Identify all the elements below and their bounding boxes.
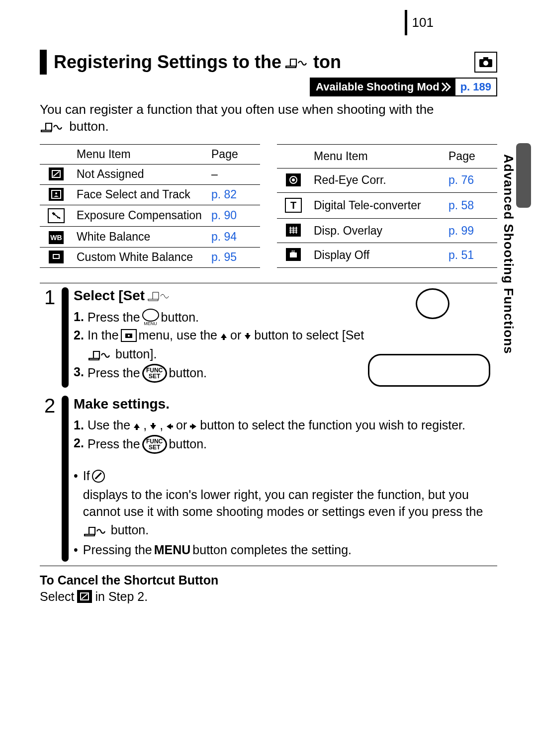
svg-rect-10	[290, 252, 297, 257]
func-set-button-icon: FUNC SET	[142, 435, 167, 454]
up-arrow-icon	[132, 417, 141, 434]
step1-title-a: Select [Set	[74, 286, 145, 305]
side-section-label: Advanced Shooting Functions	[501, 154, 516, 354]
menu-item: Face Select and Track	[73, 184, 207, 205]
s2-2b: button.	[169, 436, 207, 453]
svg-text:zz: zz	[291, 250, 295, 253]
figure-placeholder-circle	[416, 288, 449, 319]
comma: ,	[143, 417, 147, 434]
menu-item: Digital Tele-converter	[310, 193, 445, 219]
step-number: 1	[40, 283, 60, 392]
print-share-icon	[40, 119, 69, 134]
col-menu: Menu Item	[73, 144, 207, 164]
s1-1a: Press the	[88, 309, 140, 326]
table-row: Face Select and Track p. 82	[40, 184, 260, 205]
camera-menu-icon	[121, 329, 137, 342]
svg-point-2	[483, 61, 488, 66]
substep-number: 2.	[74, 435, 88, 454]
cancel-text: Select in Step 2.	[40, 589, 497, 604]
b2a: Pressing the	[83, 542, 152, 559]
menu-item: White Balance	[73, 226, 207, 247]
tele-converter-icon: T	[285, 198, 302, 213]
b2c: button completes the setting.	[192, 542, 352, 559]
col-page: Page	[445, 144, 497, 168]
figure-placeholder-rect	[368, 354, 490, 387]
heading-bar	[40, 50, 47, 75]
print-share-icon: utton].	[147, 286, 173, 305]
comma: ,	[160, 417, 163, 434]
svg-rect-16	[136, 427, 138, 430]
cancel-heading: To Cancel the Shortcut Button	[40, 573, 497, 588]
heading-text-2: ton	[313, 52, 341, 73]
shooting-modes-flag[interactable]: Available Shooting Mod p. 189	[310, 78, 497, 96]
page-title: Registering Settings to the ton	[54, 52, 341, 73]
s1-3b: button.	[169, 365, 207, 382]
print-share-icon	[83, 522, 109, 539]
table-row: Exposure Compensation p. 90	[40, 205, 260, 226]
s1-2b: menu, use the	[139, 327, 217, 344]
exposure-comp-icon	[48, 208, 65, 223]
menu-tables: Menu Item Page Not Assigned – Face Selec…	[40, 144, 497, 268]
table-row: Red-Eye Corr. p. 76	[277, 168, 497, 192]
table-header-row: Menu Item Page	[277, 144, 497, 168]
print-share-icon	[88, 346, 113, 363]
menu-page-link[interactable]: p. 76	[445, 168, 497, 192]
menu-item: Display Off	[310, 243, 445, 267]
heading-text-1: Registering Settings to the	[54, 52, 281, 73]
menu-table-left: Menu Item Page Not Assigned – Face Selec…	[40, 144, 260, 268]
svg-point-5	[55, 192, 57, 194]
b1a: If	[83, 468, 90, 485]
white-balance-icon: WB	[49, 231, 64, 244]
menu-page-link[interactable]: p. 94	[207, 226, 260, 247]
menu-page-link[interactable]: p. 90	[207, 205, 260, 226]
s1-3a: Press the	[88, 365, 140, 382]
table-header-row: Menu Item Page	[40, 144, 260, 164]
menu-page-link[interactable]: p. 58	[445, 193, 497, 219]
menu-table-right: Menu Item Page Red-Eye Corr. p. 76 T Dig…	[277, 144, 497, 268]
step-bar	[62, 287, 69, 388]
menu-page-link[interactable]: p. 51	[445, 243, 497, 267]
s2-2a: Press the	[88, 436, 140, 453]
table-row: zz Display Off p. 51	[277, 243, 497, 267]
menu-page-link[interactable]: p. 82	[207, 184, 260, 205]
s1-2d: button to select [Set	[254, 327, 364, 344]
svg-point-9	[292, 178, 295, 181]
s1-1b: button.	[161, 309, 199, 326]
bullet-mark: •	[74, 468, 78, 539]
heading-row: Registering Settings to the ton	[40, 50, 497, 75]
svg-rect-7	[54, 255, 59, 258]
substep-number: 3.	[74, 364, 88, 383]
menu-page-link[interactable]: p. 95	[207, 247, 260, 267]
s1-2a: In the	[88, 327, 119, 344]
menu-item: Not Assigned	[73, 164, 207, 184]
red-eye-icon	[286, 173, 301, 186]
table-row: Not Assigned –	[40, 164, 260, 184]
menu-page-link[interactable]: p. 99	[445, 218, 497, 243]
b1b: displays to the icon's lower right, you …	[83, 487, 495, 520]
substep-number: 1.	[74, 417, 88, 434]
step2-title: Make settings.	[74, 395, 495, 414]
cancel-a: Select	[40, 589, 74, 604]
substep-number: 1.	[74, 309, 88, 326]
step-1: 1 Select [Set utton]. 1. Press the MENU	[40, 283, 497, 392]
svg-rect-18	[171, 425, 173, 427]
down-arrow-icon	[149, 417, 158, 434]
display-off-icon: zz	[286, 248, 301, 261]
s2-1a: Use the	[88, 417, 130, 434]
menu-page: –	[207, 164, 260, 184]
cancel-b: in Step 2.	[95, 589, 148, 604]
up-arrow-icon	[219, 327, 228, 344]
menu-item: Disp. Overlay	[310, 218, 445, 243]
menu-item: Red-Eye Corr.	[310, 168, 445, 192]
func-set-button-icon: FUNC SET	[142, 364, 167, 383]
svg-rect-1	[483, 57, 488, 60]
menu-item: Exposure Compensation	[73, 205, 207, 226]
b2b: MENU	[154, 542, 191, 559]
svg-rect-14	[223, 337, 225, 340]
shooting-modes-label: Available Shooting Mod	[316, 81, 440, 93]
menu-item: Custom White Balance	[73, 247, 207, 267]
step-number: 2	[40, 392, 60, 566]
intro-paragraph: You can register a function that you oft…	[40, 101, 497, 135]
s2-1d: or	[176, 417, 187, 434]
col-menu: Menu Item	[310, 144, 445, 168]
